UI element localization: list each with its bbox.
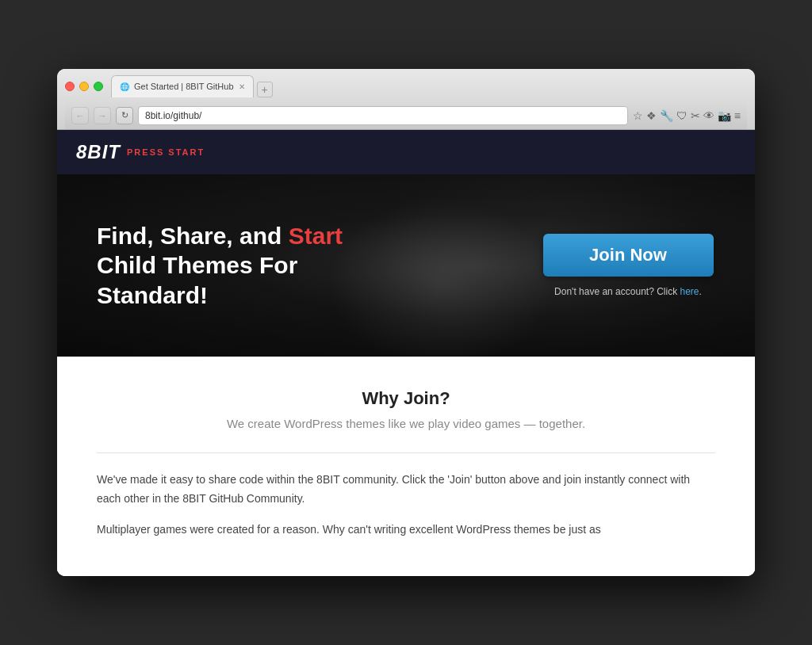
hero-heading-text3: Standard!	[97, 282, 208, 308]
tab-bar: 🌐 Get Started | 8BIT GitHub ✕ +	[111, 75, 747, 97]
new-tab-button[interactable]: +	[257, 82, 273, 97]
hero-subtext-text: Don't have an account? Click	[554, 286, 680, 297]
hero-subtext: Don't have an account? Click here.	[554, 286, 702, 297]
minimize-button[interactable]	[79, 82, 89, 91]
why-section: Why Join? We create WordPress themes lik…	[57, 357, 755, 576]
hero-heading-text2: Child Themes For	[97, 252, 297, 278]
forward-icon: →	[98, 111, 107, 120]
section-divider	[97, 452, 715, 453]
menu-icon[interactable]: ≡	[734, 109, 741, 122]
address-text: 8bit.io/github/	[145, 110, 201, 121]
hero-section: Find, Share, and Start Child Themes For …	[57, 174, 755, 357]
why-para-2: Multiplayer games were created for a rea…	[97, 521, 715, 540]
traffic-lights	[65, 82, 103, 91]
bookmark-star-icon[interactable]: ☆	[633, 109, 643, 122]
hero-subtext-link[interactable]: here	[680, 286, 699, 297]
eye-icon[interactable]: 👁	[703, 109, 714, 122]
why-para-1: We've made it easy to share code within …	[97, 471, 715, 509]
hero-left: Find, Share, and Start Child Themes For …	[97, 221, 541, 311]
hero-heading-text1: Find, Share, and	[97, 223, 289, 249]
hero-right: Join Now Don't have an account? Click he…	[541, 234, 715, 297]
tab-title: Get Started | 8BIT GitHub	[134, 82, 234, 91]
website-content: 8BIT PRESS START Find, Share, and Start …	[57, 130, 755, 576]
site-tagline: PRESS START	[127, 147, 205, 157]
tools-icon[interactable]: 🔧	[660, 109, 673, 122]
tab-favicon: 🌐	[120, 82, 129, 91]
why-subtitle: We create WordPress themes like we play …	[97, 417, 715, 430]
address-bar[interactable]: 8bit.io/github/	[138, 106, 628, 125]
why-title: Why Join?	[97, 388, 715, 409]
site-header: 8BIT PRESS START	[57, 130, 755, 174]
scissors-icon[interactable]: ✂	[691, 109, 700, 122]
site-logo: 8BIT	[76, 141, 121, 163]
hero-heading: Find, Share, and Start Child Themes For …	[97, 221, 541, 311]
refresh-icon: ↻	[121, 110, 128, 120]
toolbar-icons: ☆ ❖ 🔧 🛡 ✂ 👁 📷 ≡	[633, 109, 741, 122]
hero-subtext-period: .	[699, 286, 702, 297]
back-button[interactable]: ←	[71, 107, 89, 124]
refresh-button[interactable]: ↻	[116, 107, 133, 124]
join-now-button[interactable]: Join Now	[543, 234, 714, 277]
camera-icon[interactable]: 📷	[718, 109, 731, 122]
back-icon: ←	[76, 111, 85, 120]
browser-tab[interactable]: 🌐 Get Started | 8BIT GitHub ✕	[111, 75, 254, 97]
tab-close-button[interactable]: ✕	[239, 82, 245, 91]
forward-button[interactable]: →	[94, 107, 111, 124]
shield-icon[interactable]: 🛡	[676, 109, 688, 122]
maximize-button[interactable]	[94, 82, 103, 91]
browser-titlebar: 🌐 Get Started | 8BIT GitHub ✕ +	[65, 75, 747, 97]
hero-heading-highlight: Start	[289, 223, 343, 249]
why-body: We've made it easy to share code within …	[97, 471, 715, 540]
browser-window: 🌐 Get Started | 8BIT GitHub ✕ + ← → ↻ 8b…	[57, 69, 755, 576]
close-button[interactable]	[65, 82, 75, 91]
browser-chrome: 🌐 Get Started | 8BIT GitHub ✕ + ← → ↻ 8b…	[57, 69, 755, 130]
layers-icon[interactable]: ❖	[646, 109, 657, 122]
browser-toolbar: ← → ↻ 8bit.io/github/ ☆ ❖ 🔧 🛡 ✂ 👁 📷 ≡	[65, 102, 747, 129]
